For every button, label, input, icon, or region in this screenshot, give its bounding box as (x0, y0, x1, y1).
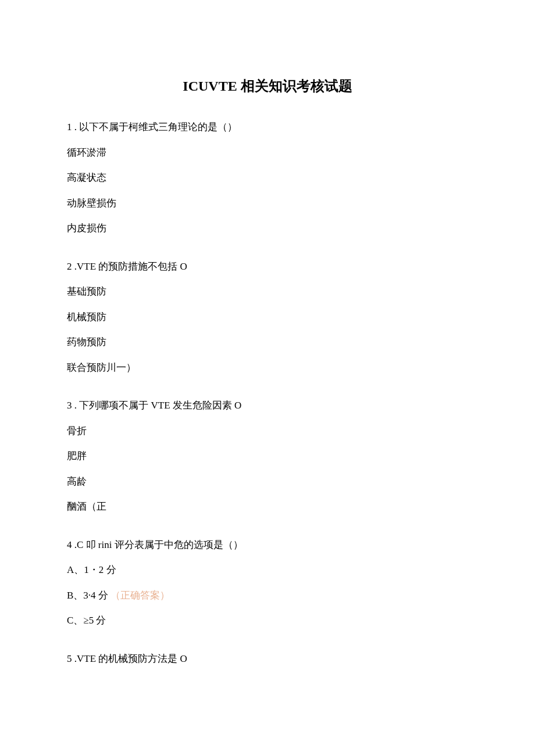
q1-option-c: 动脉壁损伤 (67, 196, 468, 211)
q3-option-d: 酗酒（正 (67, 499, 468, 514)
q4-stem: 4 .C 叩 rini 评分表属于中危的选项是（） (67, 538, 468, 553)
q3-option-b: 肥胖 (67, 449, 468, 464)
q4-option-b-text: B、3·4 分 (67, 590, 108, 601)
q1-option-a: 循环淤滞 (67, 145, 468, 160)
q1-option-b: 高凝状态 (67, 170, 468, 185)
q2-option-b: 机械预防 (67, 310, 468, 325)
q2-option-c: 药物预防 (67, 335, 468, 350)
q1-option-d: 内皮损伤 (67, 221, 468, 236)
q2-option-d: 联合预防川一） (67, 360, 468, 375)
page-title: ICUVTE 相关知识考核试题 (67, 76, 468, 96)
q2-stem: 2 .VTE 的预防措施不包括 O (67, 259, 468, 274)
q2-option-a: 基础预防 (67, 284, 468, 299)
q3-stem: 3 . 下列哪项不属于 VTE 发生危险因素 O (67, 398, 468, 413)
q3-option-c: 高龄 (67, 474, 468, 489)
q1-stem: 1 . 以下不属于柯维式三角理论的是（） (67, 120, 468, 135)
q5-stem: 5 .VTE 的机械预防方法是 O (67, 651, 468, 667)
q4-option-a: A、1・2 分 (67, 562, 468, 578)
correct-answer-mark: （正确答案） (110, 590, 170, 601)
q4-option-b: B、3·4 分 （正确答案） (67, 588, 468, 603)
q3-option-a: 骨折 (67, 424, 468, 439)
q4-option-c: C、≥5 分 (67, 613, 468, 628)
